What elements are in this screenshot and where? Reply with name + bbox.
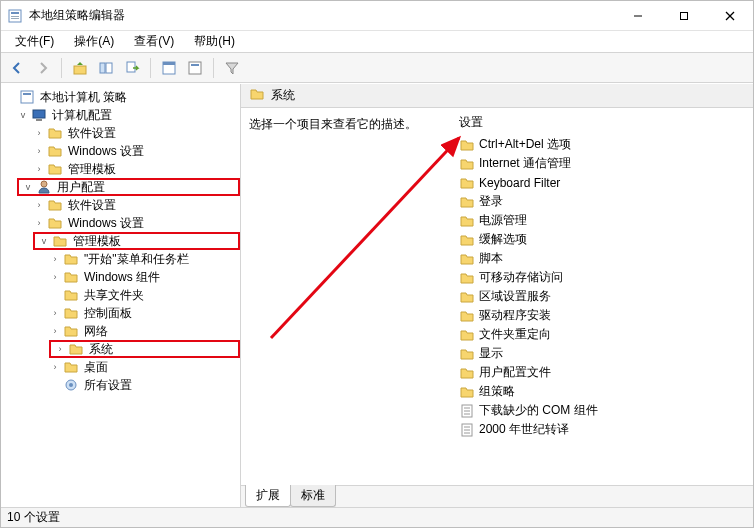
list-item[interactable]: 2000 年世纪转译 [457,420,749,439]
back-button[interactable] [5,56,29,80]
expand-icon[interactable] [5,91,17,103]
menu-view[interactable]: 查看(V) [126,31,182,52]
folder-icon [459,346,475,362]
list-item-label: 脚本 [479,250,503,267]
tree-system[interactable]: › 系统 [49,340,240,358]
tree-label: 系统 [86,340,116,359]
tree-start-taskbar[interactable]: › "开始"菜单和任务栏 [5,250,240,268]
tree-shared[interactable]: 共享文件夹 [5,286,240,304]
list-item[interactable]: 登录 [457,192,749,211]
tab-bar: 扩展 标准 [241,485,753,507]
expand-icon[interactable]: › [49,253,61,265]
tree-label: 网络 [81,322,111,341]
tree-desktop[interactable]: › 桌面 [5,358,240,376]
tree-network[interactable]: › 网络 [5,322,240,340]
list-item[interactable]: 下载缺少的 COM 组件 [457,401,749,420]
svg-rect-8 [74,66,86,74]
svg-point-20 [41,181,47,187]
list-item[interactable]: 显示 [457,344,749,363]
expand-icon[interactable]: › [33,199,45,211]
tree-computer-config[interactable]: v 计算机配置 [5,106,240,124]
list-item[interactable]: 缓解选项 [457,230,749,249]
tree-comp-admin[interactable]: › 管理模板 [5,160,240,178]
tree-label: Windows 组件 [81,268,163,287]
up-button[interactable] [68,56,92,80]
close-button[interactable] [707,1,753,30]
list-item[interactable]: 驱动程序安装 [457,306,749,325]
settings-icon [63,377,79,393]
help-button[interactable] [183,56,207,80]
list-item[interactable]: 文件夹重定向 [457,325,749,344]
tree-pane[interactable]: 本地计算机 策略 v 计算机配置 › 软件设置 › Windows 设置 › 管… [1,84,241,507]
list-item[interactable]: Keyboard Filter [457,173,749,192]
folder-icon [63,359,79,375]
tree-comp-win[interactable]: › Windows 设置 [5,142,240,160]
tree-label: Windows 设置 [65,214,147,233]
list-item-label: Internet 通信管理 [479,155,571,172]
tree-label: Windows 设置 [65,142,147,161]
list-item[interactable]: 可移动存储访问 [457,268,749,287]
expand-icon[interactable]: › [33,127,45,139]
policy-icon [19,89,35,105]
tree-comp-sw[interactable]: › 软件设置 [5,124,240,142]
expand-icon[interactable]: › [49,271,61,283]
list-item[interactable]: 区域设置服务 [457,287,749,306]
list-column[interactable]: 设置 Ctrl+Alt+Del 选项Internet 通信管理Keyboard … [451,108,753,485]
list-item-label: 可移动存储访问 [479,269,563,286]
filter-button[interactable] [220,56,244,80]
folder-icon [459,194,475,210]
tree-label: "开始"菜单和任务栏 [81,250,192,269]
collapse-icon[interactable]: v [38,235,50,247]
list-item[interactable]: 组策略 [457,382,749,401]
tree-all-settings[interactable]: 所有设置 [5,376,240,394]
export-button[interactable] [120,56,144,80]
list-item[interactable]: Ctrl+Alt+Del 选项 [457,135,749,154]
menu-help[interactable]: 帮助(H) [186,31,243,52]
list-item-label: Ctrl+Alt+Del 选项 [479,136,571,153]
list-item[interactable]: Internet 通信管理 [457,154,749,173]
expand-icon[interactable]: › [33,145,45,157]
folder-icon [249,86,265,105]
tab-extended[interactable]: 扩展 [245,485,291,507]
collapse-icon[interactable]: v [17,109,29,121]
svg-rect-10 [106,63,112,73]
folder-icon [63,287,79,303]
minimize-button[interactable] [615,1,661,30]
menu-action[interactable]: 操作(A) [66,31,122,52]
folder-icon [63,323,79,339]
list-item-label: 登录 [479,193,503,210]
tree-user-config[interactable]: v 用户配置 [17,178,240,196]
menu-file[interactable]: 文件(F) [7,31,62,52]
tree-label: 控制面板 [81,304,135,323]
forward-button[interactable] [31,56,55,80]
tree-user-sw[interactable]: › 软件设置 [5,196,240,214]
svg-rect-13 [163,62,175,65]
expand-icon[interactable]: › [33,217,45,229]
list-item-label: 缓解选项 [479,231,527,248]
tab-standard[interactable]: 标准 [290,485,336,507]
expand-icon[interactable]: › [49,307,61,319]
list-item[interactable]: 电源管理 [457,211,749,230]
folder-icon [47,197,63,213]
tree-root[interactable]: 本地计算机 策略 [5,88,240,106]
svg-rect-15 [191,64,199,66]
maximize-button[interactable] [661,1,707,30]
expand-icon[interactable]: › [54,343,66,355]
folder-icon [52,233,68,249]
collapse-icon[interactable]: v [22,181,34,193]
expand-icon[interactable]: › [49,325,61,337]
tree-user-win[interactable]: › Windows 设置 [5,214,240,232]
list-item[interactable]: 用户配置文件 [457,363,749,382]
show-hide-tree-button[interactable] [94,56,118,80]
folder-icon [63,251,79,267]
properties-button[interactable] [157,56,181,80]
tree-win-components[interactable]: › Windows 组件 [5,268,240,286]
tree-ctrl-panel[interactable]: › 控制面板 [5,304,240,322]
expand-icon[interactable]: › [49,361,61,373]
list-item[interactable]: 脚本 [457,249,749,268]
folder-icon [459,384,475,400]
app-icon [7,8,23,24]
expand-icon[interactable]: › [33,163,45,175]
tree-user-admin[interactable]: v 管理模板 [33,232,240,250]
content-area: 选择一个项目来查看它的描述。 设置 Ctrl+Alt+Del 选项Interne… [241,108,753,485]
